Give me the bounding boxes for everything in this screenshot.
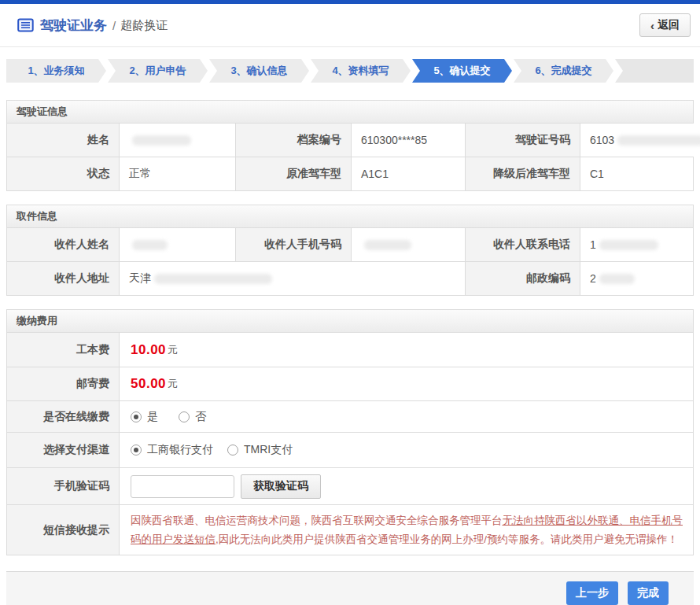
value-name — [120, 124, 236, 157]
table-row: 状态 正常 原准驾车型 A1C1 降级后准驾车型 C1 — [7, 157, 693, 190]
step-wizard: 1、业务须知 2、用户申告 3、确认信息 4、资料填写 5、确认提交 6、完成提… — [6, 59, 694, 83]
section-title-pickup: 取件信息 — [7, 205, 693, 228]
label-online-payment: 是否在线缴费 — [7, 401, 120, 432]
fee-row-postage: 邮寄费 50.00 元 — [7, 367, 693, 400]
footer-action-bar: 上一步 完成 — [6, 571, 694, 605]
section-pickup-info: 取件信息 收件人姓名 收件人手机号码 收件人联系电话 1 收件人地址 天津 邮政… — [6, 205, 694, 296]
label-zip-code: 邮政编码 — [466, 262, 580, 295]
value-license-number: 6103 — [580, 124, 700, 157]
radio-channel-tmri[interactable] — [227, 445, 238, 456]
value-postage-fee: 50.00 元 — [120, 367, 693, 400]
radio-online-no-label[interactable]: 否 — [195, 410, 206, 424]
section-title-license: 驾驶证信息 — [7, 101, 693, 124]
label-name: 姓名 — [7, 124, 120, 157]
get-sms-code-button[interactable]: 获取验证码 — [241, 474, 321, 499]
page-title: 驾驶证业务 — [40, 17, 107, 35]
value-file-number: 610300****85 — [352, 124, 466, 157]
section-payment: 缴纳费用 工本费 10.00 元 邮寄费 50.00 元 是否在线缴费 是 否 … — [6, 309, 694, 555]
label-recipient-name: 收件人姓名 — [7, 228, 120, 261]
label-payment-channel: 选择支付渠道 — [7, 433, 120, 467]
radio-online-no[interactable] — [179, 411, 190, 422]
value-status: 正常 — [120, 157, 236, 190]
payment-channel-options: 工商银行支付 TMRI支付 — [120, 433, 693, 467]
finish-button[interactable]: 完成 — [628, 581, 669, 605]
value-recipient-mobile — [352, 228, 466, 261]
redacted-recipient-phone — [599, 240, 658, 250]
label-production-fee: 工本费 — [7, 333, 120, 367]
fee-row-production: 工本费 10.00 元 — [7, 333, 693, 367]
step-bar-tail — [615, 59, 694, 83]
production-fee-unit: 元 — [168, 343, 178, 357]
table-row: 姓名 档案编号 610300****85 驾驶证号码 6103 — [7, 124, 693, 157]
back-button-label: 返回 — [658, 18, 680, 32]
step-5-confirm-submit-active[interactable]: 5、确认提交 — [412, 59, 512, 83]
step-6-complete[interactable]: 6、完成提交 — [514, 59, 613, 83]
label-recipient-phone: 收件人联系电话 — [466, 228, 580, 261]
page-subtitle: 超龄换证 — [120, 18, 168, 33]
radio-channel-icbc[interactable] — [131, 445, 142, 456]
sms-code-controls: 获取验证码 — [120, 468, 693, 504]
postage-fee-amount: 50.00 — [131, 376, 166, 392]
section-license-info: 驾驶证信息 姓名 档案编号 610300****85 驾驶证号码 6103 状态… — [6, 100, 694, 191]
value-zip-code: 2 — [580, 262, 693, 295]
label-recipient-mobile: 收件人手机号码 — [236, 228, 352, 261]
form-list-icon — [17, 18, 34, 32]
step-3-confirm-info[interactable]: 3、确认信息 — [209, 59, 309, 83]
label-original-class: 原准驾车型 — [236, 157, 352, 190]
value-recipient-phone: 1 — [580, 228, 693, 261]
payment-channel-row: 选择支付渠道 工商银行支付 TMRI支付 — [7, 432, 693, 467]
label-file-number: 档案编号 — [236, 124, 352, 157]
value-recipient-address: 天津 — [120, 262, 466, 295]
label-recipient-address: 收件人地址 — [7, 262, 120, 295]
value-production-fee: 10.00 元 — [120, 333, 693, 367]
sms-notice-row: 短信接收提示 因陕西省联通、电信运营商技术问题，陕西省互联网交通安全综合服务管理… — [7, 504, 693, 555]
step-4-fill-data[interactable]: 4、资料填写 — [311, 59, 411, 83]
redacted-license-number — [617, 135, 700, 146]
title-divider: / — [112, 19, 116, 32]
table-row: 收件人姓名 收件人手机号码 收件人联系电话 1 — [7, 228, 693, 261]
section-title-payment: 缴纳费用 — [7, 310, 693, 333]
redacted-zip-code — [599, 274, 635, 284]
table-row: 收件人地址 天津 邮政编码 2 — [7, 261, 693, 295]
sms-code-row: 手机验证码 获取验证码 — [7, 467, 693, 504]
online-payment-options: 是 否 — [120, 401, 693, 432]
online-payment-row: 是否在线缴费 是 否 — [7, 400, 693, 432]
label-sms-code: 手机验证码 — [7, 468, 120, 504]
value-recipient-name — [120, 228, 236, 261]
radio-channel-tmri-label[interactable]: TMRI支付 — [244, 443, 293, 457]
label-sms-notice: 短信接收提示 — [7, 505, 120, 555]
step-2-declaration[interactable]: 2、用户申告 — [108, 59, 208, 83]
value-downgraded-class: C1 — [580, 157, 693, 190]
radio-online-yes-label[interactable]: 是 — [147, 410, 158, 424]
redacted-recipient-name — [132, 240, 168, 250]
back-button[interactable]: ‹ 返回 — [639, 13, 691, 37]
redacted-recipient-address — [154, 274, 272, 284]
label-license-number: 驾驶证号码 — [466, 124, 580, 157]
chevron-left-icon: ‹ — [650, 19, 654, 32]
label-downgraded-class: 降级后准驾车型 — [466, 157, 580, 190]
redacted-name — [132, 135, 191, 146]
step-1-notice[interactable]: 1、业务须知 — [6, 59, 106, 83]
postage-fee-unit: 元 — [168, 377, 178, 391]
value-original-class: A1C1 — [352, 157, 466, 190]
redacted-recipient-mobile — [364, 240, 411, 250]
radio-online-yes[interactable] — [131, 411, 142, 422]
previous-step-button[interactable]: 上一步 — [566, 581, 618, 605]
sms-code-input[interactable] — [131, 475, 234, 498]
label-status: 状态 — [7, 157, 120, 190]
production-fee-amount: 10.00 — [131, 342, 166, 358]
label-postage-fee: 邮寄费 — [7, 367, 120, 400]
radio-channel-icbc-label[interactable]: 工商银行支付 — [147, 443, 213, 457]
page-header: 驾驶证业务 / 超龄换证 ‹ 返回 — [0, 4, 700, 47]
sms-notice-text: 因陕西省联通、电信运营商技术问题，陕西省互联网交通安全综合服务管理平台无法向持陕… — [120, 505, 693, 555]
